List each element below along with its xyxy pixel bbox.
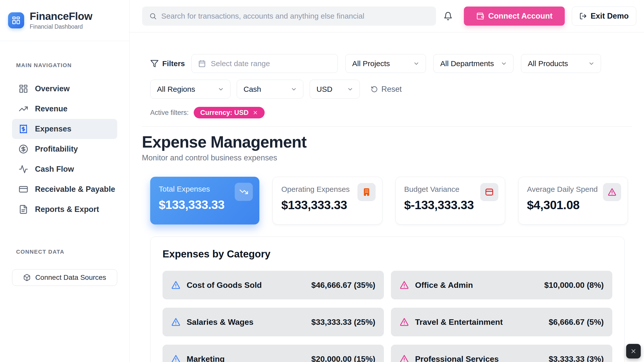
content: Filters All Projects All Departments [130, 32, 644, 362]
filters-title: Filters [150, 59, 185, 68]
exit-demo-button[interactable]: Exit Demo [572, 7, 636, 26]
category-row-office-admin: Office & Admin $10,000.00 (8%) [391, 271, 612, 299]
app-root: FinanceFlow Financial Dashboard MAIN NAV… [0, 0, 644, 362]
departments-select-value: All Departments [440, 59, 494, 68]
category-name: Cost of Goods Sold [187, 281, 262, 290]
filters-title-label: Filters [162, 59, 185, 68]
activity-icon [19, 164, 28, 174]
expenses-by-category-panel: Expenses by Category Cost of Goods Sold … [150, 237, 625, 362]
alert-triangle-icon [171, 354, 181, 362]
alert-triangle-icon [171, 280, 181, 290]
chevron-down-icon [588, 60, 595, 67]
filter-row-2: All Regions Cash USD Reset [150, 80, 632, 99]
category-row-salaries-wages: Salaries & Wages $33,333.33 (25%) [163, 308, 384, 336]
category-name: Office & Admin [415, 281, 473, 290]
section-divider [142, 126, 632, 127]
close-icon[interactable] [253, 110, 258, 115]
category-row-marketing: Marketing $20,000.00 (15%) [163, 345, 384, 362]
currency-select-value: USD [316, 85, 332, 94]
search-input[interactable] [161, 12, 429, 20]
stat-card-operating-expenses: Operating Expenses $133,333.33 [272, 177, 382, 224]
connect-data-sources-button[interactable]: Connect Data Sources [12, 269, 117, 286]
active-filters-label: Active filters: [150, 109, 189, 117]
calendar-icon [198, 60, 206, 67]
cube-icon [23, 274, 31, 281]
currency-select[interactable]: USD [310, 80, 360, 99]
funnel-icon [150, 59, 159, 68]
main-navigation: Overview Revenue Expenses Profitability … [0, 79, 129, 219]
date-range-input[interactable] [191, 54, 338, 73]
sidebar-item-cash-flow[interactable]: Cash Flow [12, 159, 117, 179]
brand-logo [8, 12, 24, 28]
trending-down-icon [239, 187, 248, 196]
category-amount: $20,000.00 (15%) [311, 354, 375, 362]
stats-row: Total Expenses $133,333.33 Operating Exp… [150, 177, 628, 224]
category-name: Marketing [187, 354, 225, 362]
sidebar-item-revenue[interactable]: Revenue [12, 99, 117, 119]
circle-dollar-icon [19, 144, 28, 154]
category-amount: $3,333.33 (3%) [549, 354, 604, 362]
stat-icon-chip [235, 183, 253, 201]
sidebar-item-label: Expenses [35, 124, 71, 133]
payment-method-select-value: Cash [244, 85, 261, 94]
category-amount: $33,333.33 (25%) [311, 318, 375, 327]
credit-card-icon [19, 185, 28, 194]
alert-triangle-icon [399, 354, 409, 362]
alert-triangle-icon [399, 280, 409, 290]
reset-filters-button[interactable]: Reset [371, 85, 402, 94]
stat-card-average-daily-spend: Average Daily Spend $4,301.08 [518, 177, 628, 224]
sidebar-item-label: Reports & Export [35, 205, 99, 214]
close-icon [630, 348, 637, 354]
notifications-button[interactable] [444, 11, 453, 21]
page-title: Expense Management [142, 133, 632, 151]
global-search [142, 7, 436, 26]
connect-account-button[interactable]: Connect Account [464, 7, 565, 26]
filters-block: Filters All Projects All Departments [150, 54, 632, 118]
connect-section-label: CONNECT DATA [16, 249, 129, 255]
rotate-ccw-icon [371, 86, 378, 93]
category-amount: $6,666.67 (5%) [549, 318, 604, 327]
sidebar-item-label: Overview [35, 84, 70, 93]
category-name: Professional Services [415, 354, 499, 362]
topbar: Connect Account Exit Demo [130, 0, 644, 32]
chevron-down-icon [413, 60, 420, 67]
receipt-icon [19, 124, 28, 134]
date-range-field[interactable] [211, 59, 331, 68]
sidebar-item-receivable-payable[interactable]: Receivable & Payable [12, 179, 117, 199]
category-grid: Cost of Goods Sold $46,666.67 (35%) Offi… [163, 271, 612, 362]
sidebar-item-label: Cash Flow [35, 165, 74, 174]
bell-icon [444, 12, 453, 21]
main-area: Connect Account Exit Demo Filters [130, 0, 644, 362]
products-select-value: All Products [528, 59, 568, 68]
dashboard-grid-icon [12, 16, 21, 25]
alert-triangle-icon [399, 317, 409, 327]
stat-icon-chip [480, 183, 498, 201]
wallet-icon [476, 12, 484, 20]
brand-name: FinanceFlow [30, 11, 92, 22]
building-icon [362, 188, 371, 197]
sidebar-item-label: Receivable & Payable [35, 185, 115, 194]
close-widget-button[interactable] [626, 344, 641, 358]
projects-select[interactable]: All Projects [345, 54, 426, 73]
products-select[interactable]: All Products [521, 54, 601, 73]
connect-data-sources-label: Connect Data Sources [35, 274, 106, 282]
reset-label: Reset [381, 85, 402, 94]
alert-triangle-icon [608, 188, 617, 197]
nav-section-label: MAIN NAVIGATION [16, 62, 129, 69]
credit-card-icon [485, 188, 494, 197]
sidebar-item-reports-export[interactable]: Reports & Export [12, 199, 117, 219]
departments-select[interactable]: All Departments [433, 54, 513, 73]
sidebar-item-overview[interactable]: Overview [12, 79, 117, 99]
active-filter-chip-currency[interactable]: Currency: USD [194, 107, 265, 118]
connect-account-label: Connect Account [488, 12, 552, 21]
payment-method-select[interactable]: Cash [237, 80, 303, 99]
logout-icon [579, 12, 587, 20]
chevron-down-icon [291, 86, 297, 93]
active-filter-chip-label: Currency: USD [200, 109, 249, 117]
regions-select[interactable]: All Regions [150, 80, 230, 99]
panel-title: Expenses by Category [163, 248, 612, 260]
trending-up-icon [19, 104, 28, 114]
category-name: Salaries & Wages [187, 318, 254, 327]
sidebar-item-expenses[interactable]: Expenses [12, 119, 117, 139]
sidebar-item-profitability[interactable]: Profitability [12, 139, 117, 159]
